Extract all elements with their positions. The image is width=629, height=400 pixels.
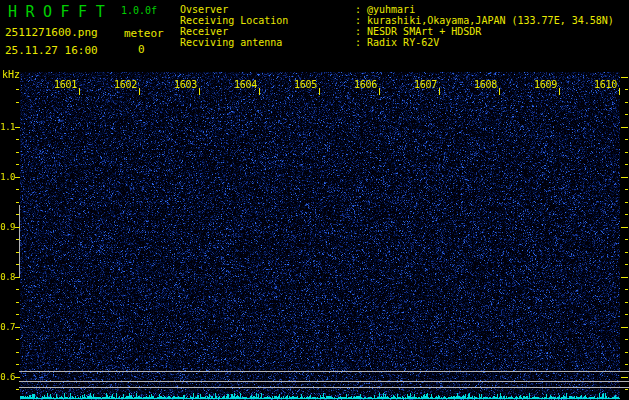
y-axis-major-tick-left [15, 377, 20, 378]
x-axis-tick [439, 88, 440, 95]
hrofft-output-image: HROFFT 1.0.0f 2511271600.png meteor 25.1… [0, 0, 629, 400]
x-axis-time-label: 1602 [114, 79, 140, 90]
x-axis-tick [79, 88, 80, 95]
info-separator: : [355, 37, 361, 48]
x-axis-tick [319, 88, 320, 95]
x-axis-tick [619, 88, 620, 95]
spectrogram-noise-field [20, 72, 620, 400]
y-axis-major-tick-right [621, 227, 628, 228]
info-row-observer: Ovserver:@yuhmari [180, 4, 614, 15]
level-reference-line [19, 371, 629, 372]
x-axis-time-label: 1608 [474, 79, 500, 90]
info-value: Radix RY-62V [367, 37, 439, 48]
info-row-receiver: Receiver:NESDR SMArt + HDSDR [180, 26, 614, 37]
y-axis-major-tick-right [621, 377, 628, 378]
info-label: Recviving antenna [180, 37, 355, 48]
info-separator: : [355, 4, 361, 15]
x-axis-tick [559, 88, 560, 95]
x-axis-tick [379, 88, 380, 95]
x-axis-time-label: 1607 [414, 79, 440, 90]
app-version: 1.0.0f [121, 5, 157, 16]
y-axis-major-tick-left [15, 327, 20, 328]
observation-datetime: 25.11.27 16:00 [5, 44, 98, 57]
info-row-location: Receiving Location:kurashiki,Okayama,JAP… [180, 15, 614, 26]
x-axis-time-label: 1605 [294, 79, 320, 90]
y-axis-label: 0.9 [0, 222, 15, 232]
level-reference-line [19, 381, 629, 382]
frequency-band-marker [19, 205, 20, 278]
y-axis-major-tick-left [15, 227, 20, 228]
x-axis-time-label: 1603 [174, 79, 200, 90]
y-axis-label: 1.0 [0, 172, 15, 182]
y-axis-label: 0.6 [0, 372, 15, 382]
meteor-counter-value: 0 [138, 43, 145, 56]
output-filename: 2511271600.png [5, 26, 98, 39]
x-axis-time-label: 1609 [534, 79, 560, 90]
info-row-antenna: Recviving antenna:Radix RY-62V [180, 37, 614, 48]
info-separator: : [355, 15, 361, 26]
info-separator: : [355, 26, 361, 37]
y-axis-label: 0.7 [0, 322, 15, 332]
meteor-counter-label: meteor [124, 27, 164, 40]
info-value: kurashiki,Okayama,JAPAN (133.77E, 34.58N… [367, 15, 614, 26]
y-axis-major-tick-left [15, 127, 20, 128]
info-label: Receiver [180, 26, 355, 37]
y-axis-major-tick-right [621, 127, 628, 128]
y-axis-major-tick-right [621, 327, 628, 328]
x-axis-time-label: 1610 [594, 79, 620, 90]
y-axis-label: 1.1 [0, 122, 15, 132]
x-axis-tick [259, 88, 260, 95]
x-axis-tick [499, 88, 500, 95]
level-reference-line [19, 387, 629, 388]
app-title: HROFFT [8, 3, 113, 21]
info-value: NESDR SMArt + HDSDR [367, 26, 481, 37]
y-axis-label: 0.8 [0, 272, 15, 282]
x-axis-tick [139, 88, 140, 95]
y-axis-major-tick-right [621, 77, 628, 78]
x-axis-tick [199, 88, 200, 95]
station-info: Ovserver:@yuhmari Receiving Location:kur… [180, 4, 614, 48]
y-axis-major-tick-left [15, 177, 20, 178]
x-axis-time-label: 1601 [54, 79, 80, 90]
y-axis-major-tick-left [15, 277, 20, 278]
info-label: Receiving Location [180, 15, 355, 26]
y-axis-minor-ticks-right [625, 78, 628, 391]
info-label: Ovserver [180, 4, 355, 15]
x-axis-time-label: 1606 [354, 79, 380, 90]
y-axis-major-tick-right [621, 177, 628, 178]
y-axis-major-tick-right [621, 277, 628, 278]
x-axis-time-label: 1604 [234, 79, 260, 90]
info-value: @yuhmari [367, 4, 415, 15]
